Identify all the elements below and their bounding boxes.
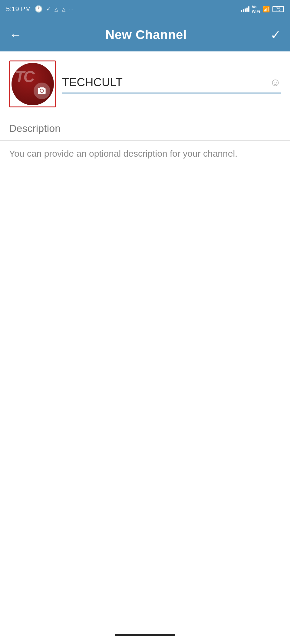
confirm-button[interactable]: ✓ <box>270 28 281 42</box>
camera-svg: + <box>37 86 47 96</box>
alarm-icon: 🕐 <box>35 5 43 13</box>
wifi-icon: 📶 <box>262 5 270 13</box>
name-input-row: ☺ <box>62 75 281 90</box>
description-input[interactable] <box>9 119 281 137</box>
time-display: 5:19 PM <box>6 5 31 13</box>
avatar-circle: TC + <box>12 63 54 105</box>
status-bar: 5:19 PM 🕐 ✓ △ △ ··· VoWiFi 📶 75 <box>0 0 290 18</box>
camera-icon: + <box>34 83 50 99</box>
avatar-upload-button[interactable]: TC + <box>9 60 56 107</box>
more-icon: ··· <box>69 6 73 12</box>
battery-level: 75 <box>276 7 281 11</box>
check-icon: ✓ <box>46 6 51 12</box>
description-hint-text: You can provide an optional description … <box>9 149 237 159</box>
bottom-indicator <box>115 634 175 636</box>
channel-name-input[interactable] <box>62 75 267 90</box>
avatar-name-row: TC + ☺ <box>0 51 290 113</box>
main-content: TC + ☺ You can provide an option <box>0 51 290 160</box>
description-section <box>0 113 290 141</box>
input-underline <box>62 93 281 93</box>
name-input-area: ☺ <box>62 75 281 93</box>
emoji-picker-button[interactable]: ☺ <box>270 76 281 89</box>
description-hint: You can provide an optional description … <box>0 141 290 160</box>
svg-text:+: + <box>43 88 44 90</box>
status-bar-left: 5:19 PM 🕐 ✓ △ △ ··· <box>6 5 73 13</box>
signal-icon <box>241 6 249 12</box>
avatar-initials: TC <box>15 67 34 86</box>
app-bar: ← New Channel ✓ <box>0 18 290 51</box>
battery-icon: 75 <box>272 6 284 12</box>
status-bar-right: VoWiFi 📶 75 <box>241 5 284 14</box>
vo-wifi-label: VoWiFi <box>252 5 260 14</box>
drive-icon-2: △ <box>62 6 65 12</box>
drive-icon: △ <box>54 6 58 12</box>
page-title: New Channel <box>105 28 187 42</box>
bottom-bar <box>0 626 290 644</box>
back-button[interactable]: ← <box>9 28 22 42</box>
